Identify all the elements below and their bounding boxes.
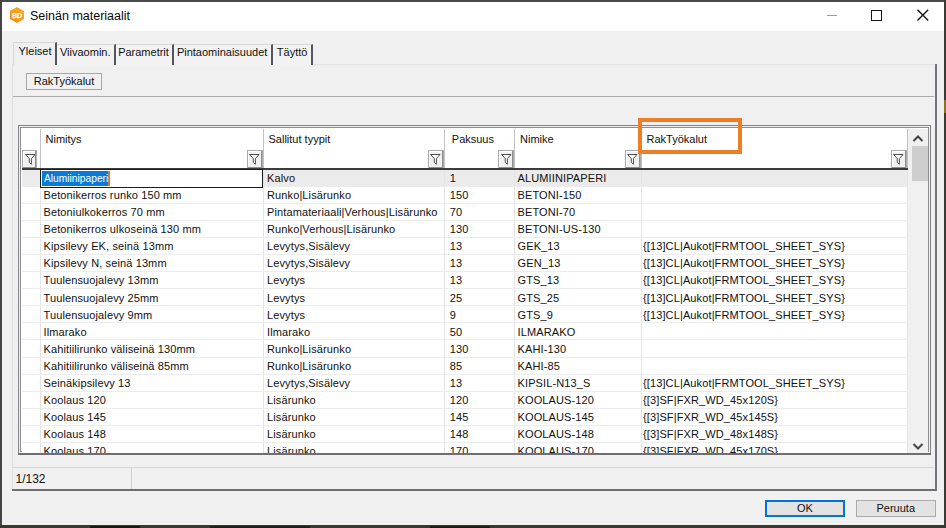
- svg-text:BD: BD: [12, 12, 22, 19]
